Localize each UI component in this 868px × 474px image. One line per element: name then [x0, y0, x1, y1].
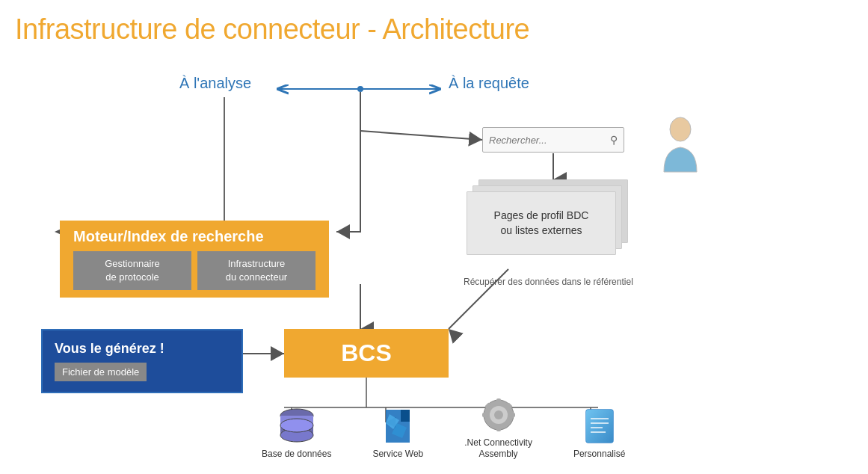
- vous-box: Vous le générez ! Fichier de modèle: [41, 329, 243, 393]
- search-input[interactable]: [489, 135, 594, 146]
- icon-dotnet: .Net ConnectivityAssembly: [464, 395, 532, 461]
- svg-rect-32: [496, 425, 501, 431]
- label-database: Base de données: [262, 449, 331, 461]
- label-requete: À la requête: [449, 75, 529, 92]
- bdc-text: Pages de profil BDCou listes externes: [494, 209, 589, 238]
- gestionnaire-sub: Gestionnairede protocole: [73, 251, 191, 290]
- moteur-title: Moteur/Index de recherche: [73, 228, 316, 245]
- user-icon: [658, 116, 703, 176]
- moteur-box: Moteur/Index de recherche Gestionnairede…: [60, 221, 329, 298]
- bottom-icons-row: Base de données Service Web .Net: [262, 395, 625, 461]
- svg-point-30: [494, 410, 503, 419]
- bcs-box: BCS: [284, 329, 449, 378]
- icon-database: Base de données: [262, 407, 331, 461]
- svg-rect-33: [482, 413, 488, 417]
- page-title: Infrastructure de connecteur - Architect…: [15, 13, 529, 46]
- svg-rect-31: [496, 398, 501, 404]
- label-custom: Personnalisé: [573, 449, 625, 461]
- svg-point-23: [280, 419, 313, 432]
- icon-web-service: Service Web: [372, 407, 423, 461]
- svg-point-18: [670, 117, 691, 141]
- label-dotnet: .Net ConnectivityAssembly: [464, 437, 532, 461]
- svg-line-5: [360, 131, 482, 140]
- svg-point-3: [357, 86, 363, 92]
- bcs-title: BCS: [341, 339, 392, 367]
- label-web-service: Service Web: [372, 449, 423, 461]
- infrastructure-sub: Infrastructuredu connecteur: [197, 251, 316, 290]
- svg-rect-38: [586, 410, 613, 443]
- icon-custom: Personnalisé: [573, 407, 625, 461]
- search-icon: ⚲: [610, 134, 618, 146]
- svg-marker-25: [401, 410, 410, 422]
- bdc-cards: Pages de profil BDCou listes externes: [464, 179, 628, 262]
- bdc-card-front: Pages de profil BDCou listes externes: [467, 191, 616, 255]
- recuperer-text: Récupérer des données dans le référentie…: [464, 277, 658, 287]
- svg-rect-34: [509, 413, 515, 417]
- search-box[interactable]: ⚲: [482, 127, 624, 153]
- vous-title: Vous le générez !: [55, 341, 230, 357]
- fichier-badge: Fichier de modèle: [55, 363, 147, 381]
- label-analyse: À l'analyse: [179, 75, 251, 92]
